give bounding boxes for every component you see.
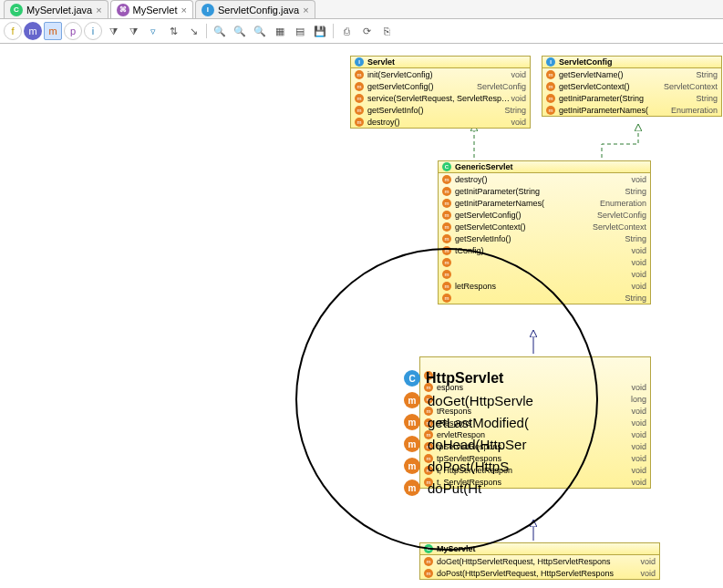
method-icon: m (424, 557, 433, 566)
separator (206, 24, 207, 38)
method-return: String (625, 234, 646, 243)
method-row: minit(ServletConfig)void (351, 68, 530, 80)
filter2-icon[interactable]: ⧩ (124, 22, 142, 40)
separator (333, 24, 334, 38)
method-icon: m (442, 258, 451, 267)
method-return: void (640, 569, 656, 578)
tab-myservlet-diagram[interactable]: ⌘ MyServlet × (110, 0, 193, 18)
filter-i-icon[interactable]: i (84, 22, 102, 40)
method-row: mdestroy()void (439, 173, 650, 185)
export-icon[interactable]: ⎘ (377, 22, 396, 40)
method-icon: m (404, 458, 420, 474)
method-icon: m (546, 70, 555, 79)
zoom-fit-icon[interactable]: 🔍 (211, 22, 229, 40)
method-row: mdoPost(HttpServletRequest, HttpServletR… (420, 567, 659, 579)
tab-label: MyServlet.java (26, 5, 92, 15)
method-row: mgetServletContext()ServletContext (439, 221, 650, 232)
method-row: mgetInitParameter(StringString (439, 185, 650, 197)
method-icon: m (442, 294, 451, 303)
method-list: minit(ServletConfig)voidmgetServletConfi… (351, 68, 530, 128)
class-icon: C (424, 544, 433, 553)
method-sig: destroy() (367, 118, 511, 127)
class-title: GenericServlet (455, 162, 513, 171)
close-icon[interactable]: × (96, 5, 101, 15)
class-title: ServletConfig (559, 57, 613, 67)
method-row: mservice(ServletRequest, ServletResponsv… (351, 92, 530, 104)
editor-tabs: C MyServlet.java × ⌘ MyServlet × I Servl… (0, 0, 723, 19)
class-servletconfig[interactable]: IServletConfig mgetServletName()Stringmg… (542, 56, 722, 117)
class-genericservlet[interactable]: CGenericServlet mdestroy()voidmgetInitPa… (438, 160, 651, 304)
zoom-in-icon[interactable]: 🔍 (231, 22, 249, 40)
method-icon: m (404, 436, 420, 452)
arrow-icon[interactable]: ↘ (184, 22, 202, 40)
method-return: void (511, 118, 526, 127)
method-icon: m (442, 187, 451, 196)
method-return: void (631, 270, 646, 279)
filter-m2-icon[interactable]: m (44, 22, 62, 40)
method-row: mgetServletInfo()String (439, 232, 650, 244)
tab-myservlet-java[interactable]: C MyServlet.java × (4, 0, 108, 18)
class-title: Servlet (367, 57, 395, 67)
method-return: void (631, 258, 646, 267)
method-row: mdoGet(HttpServletRequest, HttpServletRe… (420, 555, 659, 567)
zoom-title: HttpServlet (426, 370, 503, 387)
method-return: String (625, 187, 646, 196)
method-icon: m (546, 94, 555, 103)
magnified-content: CHttpServlet mdoGet(HttpServle mgetLastM… (404, 370, 533, 501)
method-icon: m (355, 82, 364, 91)
method-return: void (631, 442, 646, 451)
method-return: ServletConfig (477, 82, 526, 91)
class-myservlet[interactable]: CMyServlet mdoGet(HttpServletRequest, Ht… (419, 542, 660, 580)
method-return: String (696, 70, 718, 79)
tab-label: MyServlet (133, 5, 178, 15)
zoom-row: doPost(HttpS (428, 459, 509, 474)
zoom-out-icon[interactable]: 🔍 (251, 22, 269, 40)
method-icon: m (355, 106, 364, 115)
method-return: long (631, 395, 646, 404)
method-icon: m (442, 234, 451, 243)
method-return: void (631, 478, 646, 487)
method-return: Enumeration (671, 106, 718, 115)
diagram-toolbar: f m m p i ⧩ ⧩ ▿ ⇅ ↘ 🔍 🔍 🔍 ▦ ▤ 💾 ⎙ ⟳ ⎘ (0, 19, 723, 44)
method-icon: m (355, 94, 364, 103)
tab-servletconfig-java[interactable]: I ServletConfig.java × (195, 0, 315, 18)
grid-icon[interactable]: ▤ (291, 22, 309, 40)
method-return: void (631, 383, 646, 392)
save-icon[interactable]: 💾 (311, 22, 329, 40)
filter-p-icon[interactable]: p (64, 22, 82, 40)
close-icon[interactable]: × (181, 5, 186, 15)
method-return: void (631, 454, 646, 463)
filter-f-icon[interactable]: f (4, 22, 22, 40)
method-row: mgetInitParameter(StringString (542, 92, 721, 104)
class-title: MyServlet (437, 544, 476, 553)
zoom-row: doPut(Ht (428, 480, 481, 496)
method-return: void (631, 282, 646, 291)
refresh-icon[interactable]: ⟳ (357, 22, 376, 40)
method-list: mdoGet(HttpServletRequest, HttpServletRe… (420, 555, 659, 579)
method-sig: doGet(HttpServletRequest, HttpServletRes… (437, 557, 640, 566)
method-list: mdestroy()voidmgetInitParameter(StringSt… (439, 173, 650, 304)
method-icon: m (442, 270, 451, 279)
filter-m1-icon[interactable]: m (24, 22, 42, 40)
method-return: String (696, 94, 718, 103)
method-return: void (631, 418, 646, 428)
class-icon: C (10, 4, 23, 16)
method-icon: m (546, 106, 555, 115)
method-row: mvoid (439, 256, 650, 268)
method-return: String (504, 106, 526, 115)
zoom-reset-icon[interactable]: ▦ (271, 22, 289, 40)
method-icon: m (442, 222, 451, 232)
close-icon[interactable]: × (303, 5, 308, 15)
method-row: mtConfig)void (439, 244, 650, 256)
method-sig: getServletContext() (455, 222, 593, 232)
sort-icon[interactable]: ⇅ (164, 22, 182, 40)
filter-icon[interactable]: ⧩ (104, 22, 122, 40)
method-return: void (511, 94, 526, 103)
print-icon[interactable]: ⎙ (337, 22, 356, 40)
zoom-row: doHead(HttpSer (428, 437, 526, 452)
method-icon: m (404, 480, 420, 496)
diagram-canvas[interactable]: IServlet minit(ServletConfig)voidmgetSer… (0, 44, 723, 588)
class-servlet[interactable]: IServlet minit(ServletConfig)voidmgetSer… (350, 56, 531, 129)
filter3-icon[interactable]: ▿ (144, 22, 162, 40)
method-list: mgetServletName()StringmgetServletContex… (542, 68, 721, 116)
